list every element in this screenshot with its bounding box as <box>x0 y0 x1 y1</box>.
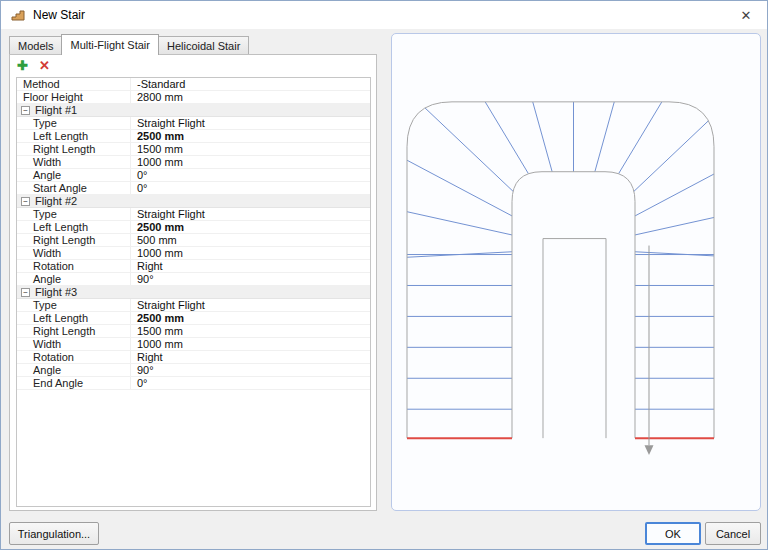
collapse-icon[interactable]: − <box>21 197 30 206</box>
triangulation-button[interactable]: Triangulation... <box>9 522 99 545</box>
property-label: Rotation <box>17 260 131 272</box>
property-row[interactable]: Angle90° <box>17 273 370 286</box>
property-row[interactable]: Left Length2500 mm <box>17 221 370 234</box>
stair-plan-drawing <box>392 34 760 510</box>
property-label: Width <box>17 338 131 350</box>
property-row[interactable]: Left Length2500 mm <box>17 130 370 143</box>
property-label: Left Length <box>17 312 131 324</box>
delete-flight-icon[interactable]: ✕ <box>39 58 50 73</box>
close-button[interactable]: ✕ <box>725 1 767 29</box>
property-value[interactable]: 0° <box>131 182 370 194</box>
multi-flight-tab-page: ✚ ✕ Method-StandardFloor Height2800 mm−F… <box>9 54 377 511</box>
property-label: Method <box>17 78 131 90</box>
property-grid: Method-StandardFloor Height2800 mm−Fligh… <box>16 77 371 507</box>
property-label: Type <box>17 117 131 129</box>
group-label: Flight #2 <box>35 195 77 207</box>
property-value[interactable]: 1500 mm <box>131 143 370 155</box>
property-value[interactable]: 1000 mm <box>131 156 370 168</box>
property-row[interactable]: End Angle0° <box>17 377 370 390</box>
property-label: Width <box>17 156 131 168</box>
property-value[interactable]: 0° <box>131 377 370 389</box>
property-row[interactable]: Method-Standard <box>17 78 370 91</box>
group-label: Flight #1 <box>35 104 77 116</box>
property-row[interactable]: Angle90° <box>17 364 370 377</box>
tab-strip: Models Multi-Flight Stair Helicoidal Sta… <box>9 33 249 54</box>
property-value[interactable]: 2500 mm <box>131 130 370 142</box>
property-label: Left Length <box>17 221 131 233</box>
property-row[interactable]: Angle0° <box>17 169 370 182</box>
stair-preview-panel <box>391 33 761 511</box>
property-value[interactable]: Straight Flight <box>131 208 370 220</box>
property-label: Right Length <box>17 143 131 155</box>
property-label: Angle <box>17 169 131 181</box>
stair-well-mask <box>512 172 635 438</box>
property-row[interactable]: Right Length500 mm <box>17 234 370 247</box>
collapse-icon[interactable]: − <box>21 106 30 115</box>
property-value[interactable]: Right <box>131 260 370 272</box>
tab-models[interactable]: Models <box>9 36 62 54</box>
property-value[interactable]: 2800 mm <box>131 91 370 103</box>
property-row[interactable]: RotationRight <box>17 260 370 273</box>
property-label: Type <box>17 208 131 220</box>
property-row[interactable]: RotationRight <box>17 351 370 364</box>
property-row[interactable]: Left Length2500 mm <box>17 312 370 325</box>
group-row-flight-3[interactable]: −Flight #3 <box>17 286 370 299</box>
property-label: Type <box>17 299 131 311</box>
property-label: Right Length <box>17 325 131 337</box>
property-value[interactable]: 500 mm <box>131 234 370 246</box>
property-label: Width <box>17 247 131 259</box>
group-row-flight-2[interactable]: −Flight #2 <box>17 195 370 208</box>
property-value[interactable]: 1000 mm <box>131 338 370 350</box>
cancel-button[interactable]: Cancel <box>705 522 761 545</box>
property-value[interactable]: Straight Flight <box>131 299 370 311</box>
property-value[interactable]: 2500 mm <box>131 312 370 324</box>
property-value[interactable]: 2500 mm <box>131 221 370 233</box>
window-title: New Stair <box>33 8 85 22</box>
property-label: Floor Height <box>17 91 131 103</box>
stair-app-icon <box>10 7 26 23</box>
property-row[interactable]: Width1000 mm <box>17 156 370 169</box>
property-value[interactable]: 0° <box>131 169 370 181</box>
ok-button[interactable]: OK <box>645 522 701 545</box>
property-value[interactable]: Right <box>131 351 370 363</box>
property-value[interactable]: 90° <box>131 364 370 376</box>
new-stair-dialog: New Stair ✕ Models Multi-Flight Stair He… <box>0 0 768 550</box>
property-value[interactable]: 1000 mm <box>131 247 370 259</box>
property-row[interactable]: TypeStraight Flight <box>17 117 370 130</box>
property-row[interactable]: Width1000 mm <box>17 247 370 260</box>
property-row[interactable]: TypeStraight Flight <box>17 208 370 221</box>
property-value[interactable]: -Standard <box>131 78 370 90</box>
property-value[interactable]: 90° <box>131 273 370 285</box>
property-row[interactable]: Right Length1500 mm <box>17 143 370 156</box>
property-label: Left Length <box>17 130 131 142</box>
property-row[interactable]: Start Angle0° <box>17 182 370 195</box>
property-label: Angle <box>17 364 131 376</box>
property-label: Rotation <box>17 351 131 363</box>
add-flight-icon[interactable]: ✚ <box>17 58 28 73</box>
property-row[interactable]: TypeStraight Flight <box>17 299 370 312</box>
property-label: Start Angle <box>17 182 131 194</box>
property-label: Angle <box>17 273 131 285</box>
tab-multi-flight-stair[interactable]: Multi-Flight Stair <box>61 34 158 55</box>
title-bar: New Stair ✕ <box>1 1 767 29</box>
property-row[interactable]: Floor Height2800 mm <box>17 91 370 104</box>
property-label: End Angle <box>17 377 131 389</box>
tab-helicoidal-stair[interactable]: Helicoidal Stair <box>158 36 249 54</box>
property-row[interactable]: Width1000 mm <box>17 338 370 351</box>
property-value[interactable]: Straight Flight <box>131 117 370 129</box>
group-label: Flight #3 <box>35 286 77 298</box>
collapse-icon[interactable]: − <box>21 288 30 297</box>
walk-direction-arrow <box>645 246 654 456</box>
group-row-flight-1[interactable]: −Flight #1 <box>17 104 370 117</box>
property-label: Right Length <box>17 234 131 246</box>
grid-toolbar: ✚ ✕ <box>17 58 50 73</box>
property-row[interactable]: Right Length1500 mm <box>17 325 370 338</box>
property-value[interactable]: 1500 mm <box>131 325 370 337</box>
